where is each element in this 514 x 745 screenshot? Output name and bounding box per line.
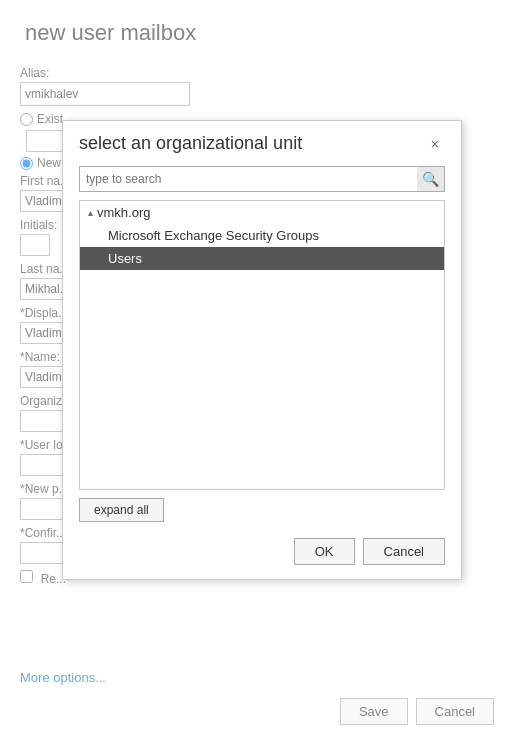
modal-dialog: select an organizational unit × 🔍 ▴ vmkh…: [62, 120, 462, 580]
tree-item[interactable]: ▴ vmkh.org: [80, 201, 444, 224]
tree-item-label: Microsoft Exchange Security Groups: [108, 228, 319, 243]
tree-item[interactable]: Users: [80, 247, 444, 270]
modal-footer: OK Cancel: [63, 530, 461, 579]
search-icon-button[interactable]: 🔍: [417, 166, 445, 192]
expand-all-button[interactable]: expand all: [79, 498, 164, 522]
modal-search-area: 🔍: [63, 162, 461, 200]
ok-button[interactable]: OK: [294, 538, 355, 565]
modal-cancel-button[interactable]: Cancel: [363, 538, 445, 565]
search-wrap: 🔍: [79, 166, 445, 192]
tree-item-label: vmkh.org: [97, 205, 150, 220]
modal-expand-area: expand all: [63, 490, 461, 530]
modal-header: select an organizational unit ×: [63, 121, 461, 162]
search-input[interactable]: [79, 166, 445, 192]
modal-close-button[interactable]: ×: [425, 135, 445, 153]
modal-title: select an organizational unit: [79, 133, 302, 154]
tree-item[interactable]: Microsoft Exchange Security Groups: [80, 224, 444, 247]
org-tree[interactable]: ▴ vmkh.orgMicrosoft Exchange Security Gr…: [79, 200, 445, 490]
tree-item-label: Users: [108, 251, 142, 266]
